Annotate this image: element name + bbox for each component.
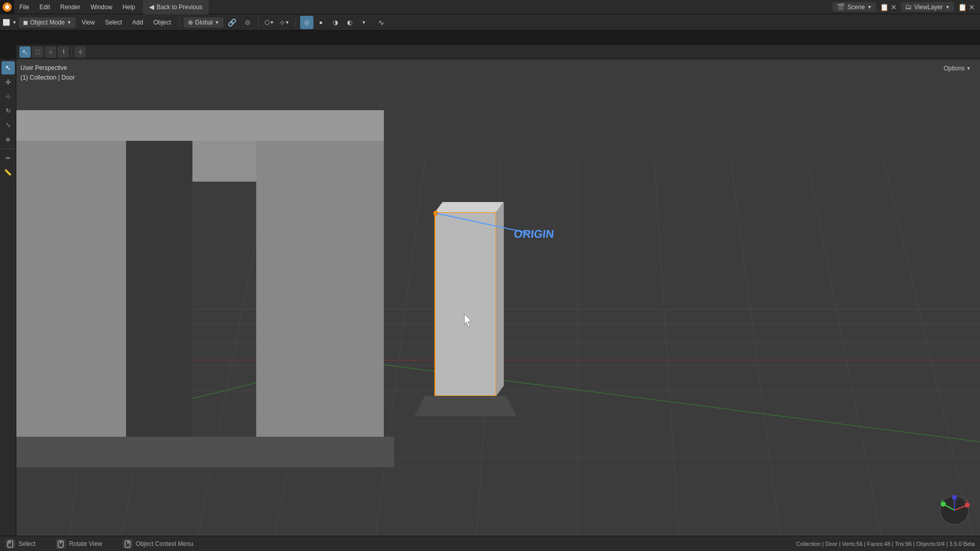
- add-menu[interactable]: Add: [128, 16, 147, 29]
- select-circle-icon: ○: [49, 49, 53, 55]
- tweak-tool[interactable]: ⊹: [75, 46, 86, 58]
- svg-point-41: [433, 211, 438, 216]
- svg-line-21: [374, 161, 425, 536]
- select-lasso-tool[interactable]: ⌇: [58, 46, 69, 58]
- scene-icon: 🎬: [837, 3, 845, 11]
- viewlayer-selector[interactable]: 🗂 ViewLayer ▼: [901, 2, 954, 12]
- svg-rect-37: [435, 212, 496, 396]
- sep2: [258, 17, 259, 28]
- scene-selector[interactable]: 🎬 Scene ▼: [832, 2, 876, 12]
- menu-edit[interactable]: Edit: [34, 0, 55, 14]
- svg-line-27: [884, 161, 976, 536]
- svg-marker-32: [16, 110, 126, 141]
- svg-rect-62: [128, 541, 130, 543]
- status-context[interactable]: Object Context Menu: [122, 539, 193, 549]
- cursor-tool-btn[interactable]: ✛: [2, 76, 15, 89]
- object-menu[interactable]: Object: [149, 16, 175, 29]
- annotate-tool-icon: ✏: [6, 155, 11, 162]
- options-expand-icon: ▼: [966, 66, 971, 71]
- new-scene-icon[interactable]: 📋: [880, 3, 889, 11]
- select-box-tool[interactable]: ⬚: [32, 46, 43, 58]
- options-label: Options: [944, 65, 965, 72]
- menu-render[interactable]: Render: [55, 0, 85, 14]
- select-tool-btn[interactable]: ↖: [2, 61, 15, 74]
- move-tool-btn[interactable]: ⊹: [2, 90, 15, 103]
- svg-line-22: [476, 161, 501, 536]
- cursor-tool[interactable]: ↖: [19, 46, 31, 58]
- select-menu[interactable]: Select: [101, 16, 126, 29]
- rotate-tool-btn[interactable]: ↻: [2, 104, 15, 117]
- gizmo-btn[interactable]: ⊹ ▼: [278, 16, 291, 29]
- mode-label: Object Mode: [30, 19, 65, 26]
- viewlayer-expand-icon: ▼: [945, 5, 950, 10]
- context-label: Object Context Menu: [136, 540, 193, 547]
- svg-marker-44: [464, 314, 471, 327]
- select-circle-tool[interactable]: ○: [45, 46, 56, 58]
- menu-file[interactable]: File: [14, 0, 34, 14]
- measure-tool-btn[interactable]: 📏: [2, 166, 15, 179]
- remove-scene-icon[interactable]: ✕: [891, 3, 897, 11]
- select-tool-icon: ↖: [5, 64, 11, 72]
- rendered-icon: ◐: [347, 19, 352, 26]
- svg-text:Z: Z: [953, 495, 955, 498]
- shading-expand[interactable]: ▼: [357, 16, 371, 29]
- solid-btn[interactable]: ●: [314, 16, 328, 29]
- top-right-icons: 📋 ✕: [880, 3, 897, 11]
- add-viewlayer-icon[interactable]: 📋: [958, 3, 967, 11]
- transform-icon: ⊕: [188, 19, 193, 26]
- svg-line-24: [654, 161, 680, 536]
- editor-type[interactable]: ⬜ ▼: [3, 19, 17, 26]
- back-to-previous-button[interactable]: ◀ Back to Previous: [143, 0, 209, 14]
- svg-rect-57: [8, 541, 10, 543]
- rotate-label: Rotate View: [69, 540, 102, 547]
- mouse-middle-icon: [56, 539, 66, 549]
- material-btn[interactable]: ◑: [329, 16, 342, 29]
- wireframe-icon: ◎: [304, 19, 309, 26]
- svg-rect-30: [126, 141, 192, 437]
- object-mode-selector[interactable]: ◼ Object Mode ▼: [19, 17, 76, 28]
- viewport[interactable]: ORIGIN User Perspective (1) Collection |…: [16, 59, 980, 536]
- tweak-icon: ⊹: [78, 48, 83, 55]
- header-bar: ⬜ ▼ ◼ Object Mode ▼ View Select Add Obje…: [0, 14, 980, 31]
- remove-viewlayer-icon[interactable]: ✕: [969, 3, 975, 11]
- status-rotate[interactable]: Rotate View: [56, 539, 102, 549]
- scene-expand-icon: ▼: [867, 5, 872, 10]
- wave-btn[interactable]: ∿: [375, 16, 388, 29]
- viewlayer-label: ViewLayer: [914, 4, 943, 11]
- proportional-btn[interactable]: ⊙: [241, 16, 254, 29]
- menu-window[interactable]: Window: [85, 0, 117, 14]
- solid-icon: ●: [319, 19, 323, 26]
- navigation-gizmo[interactable]: X Y Z: [939, 495, 970, 525]
- options-button[interactable]: Options ▼: [939, 63, 976, 73]
- svg-rect-2: [7, 3, 8, 6]
- menu-help[interactable]: Help: [117, 0, 140, 14]
- transform-tool-btn[interactable]: ⊕: [2, 133, 15, 146]
- blender-logo: [0, 0, 14, 14]
- collection-label: (1) Collection | Door: [20, 73, 75, 83]
- transform-expand-icon: ▼: [215, 20, 219, 25]
- rendered-btn[interactable]: ◐: [343, 16, 356, 29]
- snap-icon: 🔗: [228, 18, 236, 27]
- scale-tool-icon: ⤡: [6, 121, 11, 129]
- scene-3d: ORIGIN: [16, 59, 980, 536]
- wireframe-btn[interactable]: ◎: [300, 16, 313, 29]
- svg-rect-31: [256, 141, 384, 437]
- tool-separator: [2, 148, 15, 149]
- snap-btn[interactable]: 🔗: [226, 16, 239, 29]
- svg-line-15: [16, 360, 348, 442]
- view-menu[interactable]: View: [78, 16, 99, 29]
- top-right-actions: 📋 ✕: [958, 3, 975, 11]
- transform-tool-icon: ⊕: [6, 136, 10, 143]
- sep3: [296, 17, 296, 28]
- svg-marker-38: [435, 202, 504, 212]
- viewlayer-icon: 🗂: [905, 3, 912, 11]
- scale-tool-btn[interactable]: ⤡: [2, 118, 15, 132]
- mode-icon: ◼: [23, 19, 28, 26]
- transform-selector[interactable]: ⊕ Global ▼: [184, 17, 224, 28]
- status-select[interactable]: Select: [5, 539, 35, 549]
- toolbar-row-2: ↖ ⬚ ○ ⌇ ⊹: [16, 45, 980, 59]
- annotate-tool-btn[interactable]: ✏: [2, 152, 15, 165]
- svg-text:Y: Y: [941, 498, 944, 503]
- svg-rect-5: [16, 59, 980, 536]
- overlay-btn[interactable]: ⬡ ▼: [263, 16, 276, 29]
